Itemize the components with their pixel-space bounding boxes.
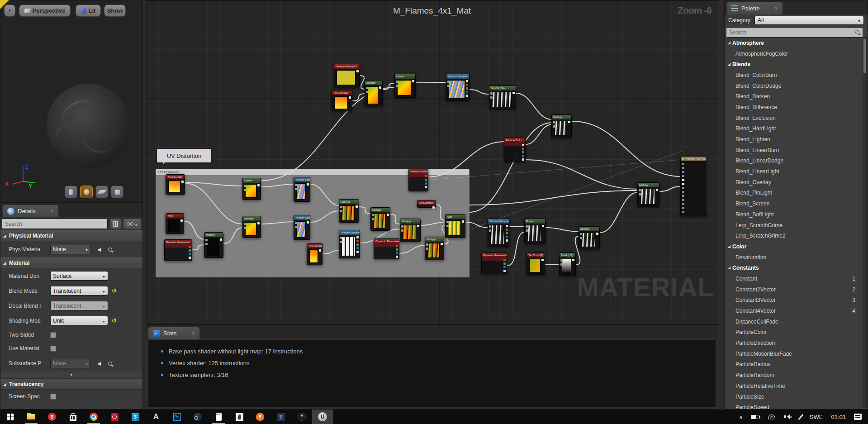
- input-pin[interactable]: [489, 229, 491, 232]
- graph-node-multiply[interactable]: Multiply: [242, 216, 261, 238]
- input-pin[interactable]: [682, 211, 684, 213]
- output-pin[interactable]: [425, 179, 427, 181]
- taskbar-icon-start[interactable]: [0, 410, 21, 424]
- taskbar-icon-autodesk[interactable]: [146, 410, 166, 424]
- graph-node-dynamic-parameter[interactable]: Dynamic Parameter: [481, 252, 507, 274]
- output-pin[interactable]: [379, 86, 381, 89]
- graph-node-multiply[interactable]: Multiply: [204, 232, 223, 258]
- plane-preview-button[interactable]: [95, 186, 108, 198]
- output-pin[interactable]: [656, 189, 658, 191]
- output-pin[interactable]: [356, 236, 359, 238]
- sphere-preview-button[interactable]: [80, 186, 93, 198]
- show-button[interactable]: Show: [104, 5, 126, 17]
- input-pin[interactable]: [396, 85, 398, 87]
- output-pin[interactable]: [541, 259, 544, 261]
- input-pin[interactable]: [295, 184, 297, 186]
- taskbar-icon-epic-games[interactable]: [208, 410, 229, 424]
- output-pin[interactable]: [189, 246, 191, 248]
- graph-node-multiply[interactable]: Multiply: [425, 237, 444, 260]
- close-icon[interactable]: [192, 330, 195, 337]
- palette-item-atmosphericfogcolor[interactable]: AtmosphericFogColor: [725, 48, 863, 59]
- output-pin[interactable]: [180, 219, 183, 222]
- graph-node-texture-sample[interactable]: Texture Sample: [339, 230, 360, 258]
- graph-node-time[interactable]: Time: [166, 213, 184, 234]
- output-pin[interactable]: [356, 251, 359, 253]
- palette-item-particlesize[interactable]: ParticleSize: [725, 391, 863, 402]
- graph-node-m-flames-4x1-mat[interactable]: M_Flames_4x1_Mat: [680, 156, 706, 216]
- input-pin[interactable]: [490, 96, 493, 99]
- output-pin[interactable]: [506, 239, 508, 242]
- graph-node-particle-subuv[interactable]: Particle SubUV: [408, 169, 428, 191]
- battery-icon[interactable]: [751, 415, 759, 419]
- palette-item-blend-lineardodge[interactable]: Blend_LinearDodge: [725, 156, 863, 167]
- input-pin[interactable]: [682, 207, 684, 209]
- taskbar-icon-photoshop[interactable]: [166, 410, 187, 424]
- output-pin[interactable]: [506, 236, 508, 238]
- graph-node-multiply[interactable]: Multiply: [637, 182, 659, 207]
- taskbar-icon-zbrush[interactable]: [229, 410, 250, 424]
- output-pin[interactable]: [220, 238, 222, 241]
- perspective-button[interactable]: Perspective: [19, 5, 71, 17]
- graph-node-multiply[interactable]: Multiply: [551, 114, 572, 138]
- input-pin[interactable]: [682, 191, 684, 193]
- input-pin[interactable]: [340, 241, 342, 243]
- input-pin[interactable]: [682, 195, 684, 197]
- taskbar-icon-s-app[interactable]: [42, 410, 62, 424]
- input-pin[interactable]: [396, 81, 398, 83]
- tab-details[interactable]: Details: [2, 205, 59, 217]
- output-pin[interactable]: [412, 80, 414, 82]
- palette-item-lerp-sc-ratchgrime[interactable]: Lerp_Sc​ratchGrime: [725, 220, 863, 231]
- palette-item-desaturation[interactable]: Desaturation: [725, 252, 863, 263]
- checkbox-two-sided[interactable]: [50, 332, 56, 338]
- input-pin[interactable]: [340, 237, 342, 239]
- input-pin[interactable]: [682, 199, 684, 201]
- palette-item-distancecullfade[interactable]: DistanceCullFade: [725, 316, 863, 327]
- output-pin[interactable]: [522, 158, 524, 161]
- input-pin[interactable]: [205, 243, 208, 245]
- graph-node-texcoord-0[interactable]: TexCoord[0]: [417, 200, 436, 208]
- output-pin[interactable]: [257, 184, 260, 186]
- input-pin[interactable]: [295, 226, 297, 228]
- taskbar-icon-steam[interactable]: [187, 410, 208, 424]
- output-pin[interactable]: [396, 256, 398, 258]
- graph-node-texture-sample[interactable]: Texture Sample: [446, 74, 470, 101]
- palette-search-input[interactable]: [726, 27, 863, 38]
- input-pin[interactable]: [446, 221, 449, 223]
- palette-item-blend-softlight[interactable]: Blend_SoftLight: [725, 209, 863, 220]
- input-pin[interactable]: [682, 171, 684, 173]
- palette-category-constants[interactable]: Constants: [725, 262, 863, 273]
- graph-node-particle-macrouv[interactable]: Particle MacroUV: [334, 64, 360, 87]
- dropdown-material-don[interactable]: Surface: [50, 271, 108, 281]
- category-dropdown[interactable]: All: [754, 16, 864, 25]
- graph-node-dynamic-parameter[interactable]: Dynamic Parameter: [374, 238, 399, 259]
- section-header-physical-material[interactable]: Physical Material: [0, 230, 142, 241]
- input-pin[interactable]: [446, 225, 449, 227]
- input-pin[interactable]: [553, 121, 555, 124]
- input-pin[interactable]: [244, 227, 246, 229]
- use-selected-icon[interactable]: [97, 361, 101, 367]
- output-pin[interactable]: [189, 253, 191, 255]
- output-pin[interactable]: [506, 225, 508, 227]
- output-pin[interactable]: [522, 148, 524, 150]
- output-pin[interactable]: [466, 84, 468, 86]
- browse-icon[interactable]: [108, 362, 112, 366]
- input-pin[interactable]: [639, 189, 641, 191]
- output-pin[interactable]: [572, 259, 574, 261]
- dropdown-blend-mode[interactable]: Translucent: [50, 286, 108, 295]
- taskbar-icon-chrome[interactable]: [83, 410, 104, 424]
- output-pin[interactable]: [503, 266, 506, 268]
- palette-item-particledirection[interactable]: ParticleDirection: [725, 338, 863, 348]
- input-pin[interactable]: [366, 91, 368, 93]
- palette-scrollbar[interactable]: [863, 38, 867, 408]
- input-pin[interactable]: [560, 259, 563, 262]
- output-pin[interactable]: [387, 214, 389, 216]
- dropdown-shading-mod[interactable]: Unlit: [50, 316, 108, 325]
- output-pin[interactable]: [307, 221, 309, 224]
- input-pin[interactable]: [401, 229, 403, 232]
- keyboard-language[interactable]: SWE: [810, 414, 823, 420]
- output-pin[interactable]: [396, 252, 398, 254]
- palette-item-blend-colordodge[interactable]: Blend_ColorDodge: [725, 81, 863, 91]
- graph-node-multiply[interactable]: Multiply: [579, 226, 600, 249]
- palette-item-particleradius[interactable]: ParticleRadius: [725, 359, 863, 370]
- output-pin[interactable]: [568, 121, 570, 123]
